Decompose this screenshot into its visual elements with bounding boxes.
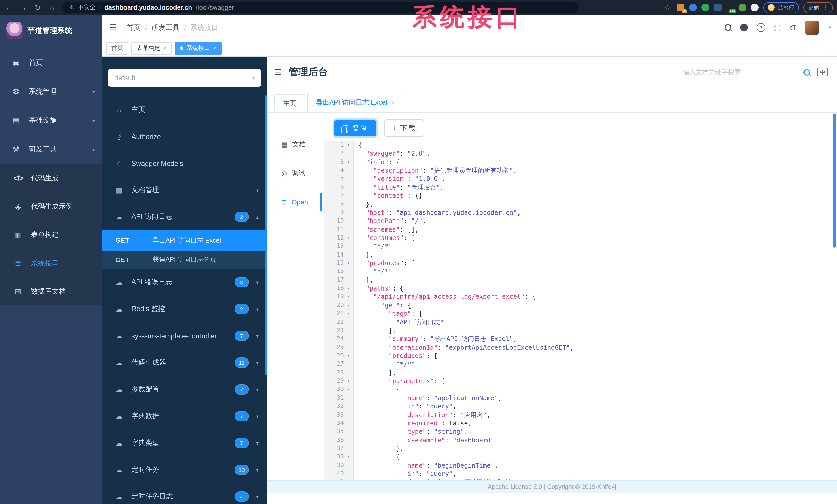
http-method-label: GET [115,256,153,263]
browser-back-icon[interactable]: ← [4,3,13,12]
fold-icon: ▾ [344,352,353,360]
line-number: 34 [324,419,344,428]
swagger-group-API 错误日志[interactable]: ☁API 错误日志3▾ [102,269,267,296]
sidebar-item-首页[interactable]: ◉首页 [0,49,102,77]
extension-icon[interactable] [751,4,759,11]
home-icon: ⌂ [114,106,124,114]
doc-tab-主页[interactable]: 主页 [274,94,305,112]
count-badge: 11 [235,358,248,367]
copy-button[interactable]: 复 制 [335,120,376,136]
code-line: 21▾ "tags": [ [324,310,832,318]
tab-表单构建[interactable]: 表单构建× [131,42,172,54]
content-scrollbar[interactable] [833,114,836,248]
sidebar-subitem-系统接口[interactable]: ≣系统接口 [0,249,102,277]
topbar: ☰ 首页/研发工具/系统接口 ? ↖↗↙↘ tT ▼ [102,16,837,40]
swagger-group-Redis 监控[interactable]: ☁Redis 监控2▾ [102,296,267,322]
code-text: "name": "beginBeginTime", [353,461,498,470]
tab-首页[interactable]: 首页 [106,42,128,54]
doc-nav-Open[interactable]: ⊡Open [267,187,321,216]
extension-icon[interactable] [714,4,722,11]
search-icon[interactable] [725,24,731,31]
line-number: 4 [324,166,344,175]
doc-nav-调试[interactable]: ◎调试 [267,158,321,187]
browser-forward-icon[interactable]: → [19,3,28,12]
app-logo-row[interactable]: 芋道管理系统 [0,16,102,43]
main-panel: ☰ 管理后台 中 主页导出API 访问日志 Excel× ▤文档◎调试⊡Open [267,57,837,504]
extension-icon[interactable]: 1 [677,4,684,11]
sidebar-subitem-表单构建[interactable]: ▦表单构建 [0,221,102,249]
browser-menu-icon[interactable]: ⋮ [822,4,828,11]
breadcrumb-item[interactable]: 研发工具 [152,23,179,32]
swagger-item-文档管理[interactable]: ▥文档管理▾ [102,177,267,203]
tab-系统接口[interactable]: 系统接口× [175,42,221,54]
bookmark-star-icon[interactable]: ☆ [663,3,672,12]
group-select-value: default [114,74,135,82]
help-icon[interactable]: ? [756,23,765,32]
close-icon[interactable]: × [213,45,216,51]
doc-search-input[interactable] [682,66,796,78]
sidebar-item-基础设施[interactable]: ▤基础设施▾ [0,106,102,135]
extension-icon[interactable] [701,4,709,11]
operation-获得API 访问日志分页[interactable]: GET获得API 访问日志分页 [102,251,267,269]
code-line: 5 "version": "1.0.0", [324,175,832,183]
doc-nav-label: 调试 [292,168,305,178]
browser-home-icon[interactable]: ⌂ [48,3,57,12]
dev-tools-icon: ⚒ [11,145,21,154]
close-icon[interactable]: × [163,45,166,51]
language-icon[interactable]: 中 [817,67,828,77]
sidebar-scrollbar[interactable] [265,95,267,375]
code-text: ], [353,276,373,284]
github-icon[interactable] [740,24,748,32]
breadcrumb-item[interactable]: 首页 [126,23,140,32]
swagger-item-主页[interactable]: ⌂主页 [102,96,267,123]
fullscreen-icon[interactable]: ↖↗↙↘ [774,24,781,31]
fold-icon: ▾ [344,293,353,301]
line-number: 26 [324,352,344,360]
swagger-item-Authorize[interactable]: ⚷Authorize [102,123,267,150]
sidebar-item-系统管理[interactable]: ⚙系统管理▾ [0,77,102,106]
swagger-item-Swagger Models[interactable]: ◇Swagger Models [102,150,267,177]
doc-tab-导出API 访问日志 Excel[interactable]: 导出API 访问日志 Excel× [307,92,403,112]
page-tabs: 首页表单构建×系统接口× [102,40,837,57]
swagger-group-参数配置[interactable]: ☁参数配置7▾ [102,376,267,403]
swagger-group-字典类型[interactable]: ☁字典类型7▾ [102,430,267,456]
download-label: 下 载 [400,124,415,133]
collapse-sidebar-icon[interactable]: ☰ [274,67,282,77]
code-editor[interactable]: 1▾{2 "swagger": "2.0",3▾ "info": {4 "des… [324,141,832,481]
swagger-group-代码生成器[interactable]: ☁代码生成器11▾ [102,349,267,376]
http-method-label: GET [115,237,153,244]
extension-icon[interactable]: Gn [726,4,734,11]
extension-icon[interactable] [738,4,746,11]
browser-refresh-icon[interactable]: ↻ [33,3,42,12]
swagger-group-定时任务日志[interactable]: ☁定时任务日志4▾ [102,483,267,504]
close-icon[interactable]: × [391,99,394,105]
paused-pill[interactable]: 已暂停 [763,2,799,13]
swagger-group-字典数据[interactable]: ☁字典数据7▾ [102,403,267,430]
doc-search-icon[interactable] [803,69,810,75]
hamburger-icon[interactable]: ☰ [109,22,117,33]
address-bar[interactable]: ⚠ 不安全 | dashboard.yudao.iocoder.cn/tool/… [62,2,579,13]
extension-icon[interactable] [689,4,697,11]
cloud-icon: ☁ [114,466,124,474]
chevron-down-icon: ▾ [252,75,255,81]
sidebar-subitem-代码生成示例[interactable]: ◈代码生成示例 [0,192,102,221]
font-size-icon[interactable]: tT [790,24,797,32]
chevron-down-icon[interactable]: ▼ [828,25,832,30]
swagger-item-API 访问日志[interactable]: ☁API 访问日志2▴ [102,203,267,230]
code-line: 34 "required": false, [324,419,832,428]
update-button[interactable]: 更新 ⋮ [803,2,833,13]
code-text: "/api/infra/api-access-log/export-excel"… [353,293,536,301]
swagger-group-定时任务[interactable]: ☁定时任务10▾ [102,456,267,483]
download-button[interactable]: ↓ 下 载 [384,119,424,137]
line-number: 6 [324,183,344,192]
sidebar-item-研发工具[interactable]: ⚒研发工具▴ [0,135,102,164]
avatar[interactable] [805,21,819,35]
code-text: "description": "提供管理员管理的所有功能", [353,166,517,175]
operation-导出API 访问日志 Excel[interactable]: GET导出API 访问日志 Excel [102,230,267,251]
sidebar-subitem-代码生成[interactable]: </>代码生成 [0,164,102,192]
code-line: 18▾ "paths": { [324,284,832,293]
group-select[interactable]: default ▾ [108,69,261,87]
sidebar-subitem-数据库文档[interactable]: ⊞数据库文档 [0,277,102,305]
swagger-group-sys-sms-template-controller[interactable]: ☁sys-sms-template-controller7▾ [102,322,267,349]
doc-nav-文档[interactable]: ▤文档 [267,130,321,158]
